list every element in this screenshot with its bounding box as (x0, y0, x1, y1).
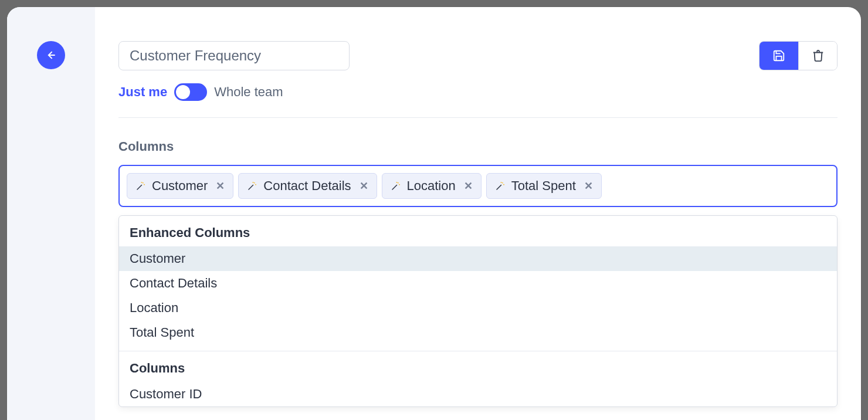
svg-point-15 (503, 184, 504, 185)
columns-multiselect-input[interactable]: Customer✕Contact Details✕Location✕Total … (118, 165, 838, 207)
dropdown-group-header: Columns (119, 351, 837, 382)
svg-point-16 (500, 182, 501, 183)
dropdown-option[interactable]: Total Spent (119, 320, 837, 345)
arrow-left-icon (45, 49, 57, 61)
svg-point-11 (398, 184, 399, 185)
magic-wand-icon (495, 181, 506, 191)
column-chip-label: Location (407, 178, 456, 194)
svg-line-5 (249, 185, 253, 190)
svg-line-9 (392, 185, 397, 190)
svg-point-14 (501, 182, 503, 184)
svg-point-12 (396, 182, 397, 183)
remove-chip-icon[interactable]: ✕ (464, 179, 473, 192)
remove-chip-icon[interactable]: ✕ (216, 179, 225, 192)
visibility-label-just-me[interactable]: Just me (118, 84, 167, 100)
svg-point-6 (254, 182, 255, 184)
dropdown-option[interactable]: Location (119, 296, 837, 320)
main-content: Just me Whole team Columns Customer✕Cont… (95, 7, 861, 420)
magic-wand-icon (495, 181, 506, 191)
header-row (118, 41, 838, 70)
column-chip-label: Customer (152, 178, 208, 194)
svg-point-3 (144, 184, 145, 185)
remove-chip-icon[interactable]: ✕ (360, 179, 368, 192)
column-chip: Location✕ (382, 173, 482, 199)
column-chip-label: Contact Details (263, 178, 351, 194)
svg-point-4 (141, 182, 142, 183)
modal: Just me Whole team Columns Customer✕Cont… (7, 7, 861, 420)
outer-frame: Just me Whole team Columns Customer✕Cont… (0, 0, 868, 420)
dropdown-option[interactable]: Contact Details (119, 271, 837, 296)
magic-wand-icon (135, 181, 146, 191)
magic-wand-icon (135, 181, 146, 191)
visibility-label-whole-team[interactable]: Whole team (214, 84, 283, 100)
svg-point-2 (143, 182, 144, 184)
svg-point-8 (253, 182, 254, 183)
dropdown-group-header: Enhanced Columns (119, 216, 837, 246)
svg-point-10 (397, 182, 398, 184)
left-rail (7, 7, 95, 420)
trash-icon (812, 49, 825, 62)
column-chip: Total Spent✕ (486, 173, 602, 199)
save-icon (772, 49, 785, 62)
action-buttons (759, 41, 838, 70)
magic-wand-icon (391, 181, 401, 191)
dropdown-option[interactable]: Customer ID (119, 382, 837, 407)
visibility-toggle[interactable] (174, 83, 207, 101)
column-chip: Contact Details✕ (238, 173, 377, 199)
columns-dropdown[interactable]: Enhanced ColumnsCustomerContact DetailsL… (118, 215, 838, 407)
magic-wand-icon (391, 181, 401, 191)
save-button[interactable] (760, 42, 798, 70)
column-chip-label: Total Spent (511, 178, 576, 194)
delete-button[interactable] (798, 42, 837, 70)
remove-chip-icon[interactable]: ✕ (584, 179, 593, 192)
magic-wand-icon (247, 181, 257, 191)
svg-point-7 (255, 184, 256, 185)
visibility-toggle-row: Just me Whole team (118, 83, 838, 118)
toggle-knob (176, 85, 190, 99)
svg-line-13 (497, 185, 501, 190)
back-button[interactable] (37, 41, 65, 69)
columns-section-label: Columns (118, 139, 838, 154)
column-chip: Customer✕ (127, 173, 233, 199)
svg-line-1 (137, 185, 142, 190)
magic-wand-icon (247, 181, 257, 191)
view-title-input[interactable] (118, 41, 350, 70)
dropdown-option[interactable]: Customer (119, 246, 837, 271)
